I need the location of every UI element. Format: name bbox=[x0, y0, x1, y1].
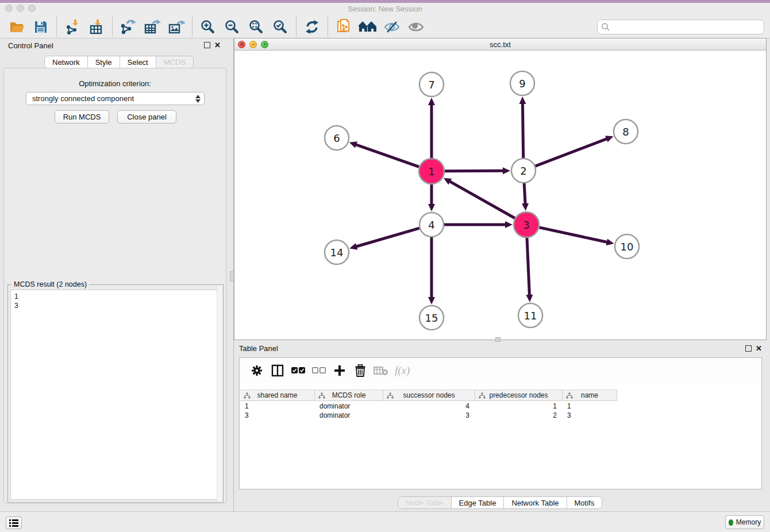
search-field[interactable] bbox=[597, 20, 764, 34]
save-session-button[interactable] bbox=[31, 18, 51, 36]
table-cell[interactable]: 2 bbox=[475, 411, 563, 420]
export-network-button[interactable] bbox=[118, 18, 138, 36]
float-panel-icon[interactable] bbox=[204, 42, 210, 48]
table-cell[interactable]: dominator bbox=[315, 411, 383, 420]
tab-network-table[interactable]: Network Table bbox=[504, 497, 567, 508]
edge-arrowhead bbox=[428, 297, 435, 304]
table-cell[interactable]: 3 bbox=[240, 411, 315, 420]
eye-icon bbox=[407, 20, 425, 34]
mcds-result-text[interactable]: 1 3 bbox=[10, 290, 221, 500]
tab-node-table[interactable]: Node Table bbox=[398, 497, 452, 508]
add-row-button[interactable] bbox=[329, 361, 350, 380]
tab-style[interactable]: Style bbox=[88, 56, 120, 68]
tab-motifs[interactable]: Motifs bbox=[567, 497, 602, 508]
edge-3-1[interactable] bbox=[449, 181, 514, 218]
list-icon bbox=[9, 519, 18, 527]
vertical-splitter[interactable] bbox=[230, 38, 234, 511]
open-session-button[interactable] bbox=[7, 18, 26, 36]
table-panel-header: Table Panel ✕ bbox=[234, 344, 770, 355]
export-table-button[interactable] bbox=[143, 18, 162, 36]
zoom-fit-button[interactable] bbox=[247, 18, 266, 36]
control-panel-header: Control Panel ✕ bbox=[0, 40, 230, 53]
edge-arrowhead bbox=[519, 97, 526, 104]
task-history-button[interactable] bbox=[6, 516, 22, 529]
import-network-button[interactable] bbox=[63, 18, 82, 36]
optimization-criterion-select[interactable]: strongly connected component bbox=[26, 92, 205, 105]
network-graph[interactable]: 7968124314101511 bbox=[234, 51, 766, 340]
destroy-table-button[interactable] bbox=[371, 361, 391, 380]
close-panel-icon[interactable]: ✕ bbox=[214, 42, 221, 48]
deselect-all-button[interactable] bbox=[309, 361, 329, 380]
open-folder-icon bbox=[9, 20, 25, 34]
edge-1-2[interactable] bbox=[445, 171, 504, 171]
graph-node-label: 8 bbox=[622, 126, 629, 138]
memory-button[interactable]: Memory bbox=[725, 515, 764, 529]
delete-row-button[interactable] bbox=[350, 361, 371, 380]
tab-network[interactable]: Network bbox=[45, 56, 88, 68]
table-type-tabs: Node TableEdge TableNetwork TableMotifs bbox=[398, 496, 602, 509]
import-network-icon bbox=[64, 19, 80, 35]
table-cell[interactable]: 1 bbox=[475, 402, 563, 411]
edge-3-11[interactable] bbox=[527, 238, 529, 296]
horizontal-splitter-handle[interactable] bbox=[495, 337, 500, 342]
duplicate-network-icon bbox=[336, 18, 352, 36]
table-toolbar: f(x) bbox=[240, 358, 761, 383]
table-cell[interactable]: 1 bbox=[240, 402, 315, 411]
splitter-handle[interactable] bbox=[230, 271, 234, 282]
table-cell[interactable]: 3 bbox=[383, 411, 475, 420]
column-tree-icon bbox=[479, 392, 486, 399]
zoom-selected-button[interactable] bbox=[271, 18, 290, 36]
table-cell[interactable]: dominator bbox=[315, 402, 383, 411]
hide-panel-button[interactable] bbox=[382, 18, 402, 36]
table-settings-button[interactable] bbox=[247, 361, 267, 380]
edge-arrowhead bbox=[428, 98, 435, 105]
column-header-MCDS-role[interactable]: MCDS role bbox=[315, 390, 383, 401]
run-mcds-button[interactable]: Run MCDS bbox=[55, 110, 109, 124]
select-all-button[interactable] bbox=[288, 361, 309, 380]
show-columns-button[interactable] bbox=[267, 361, 288, 380]
toolbar-separator bbox=[296, 17, 297, 37]
network-canvas[interactable]: 7968124314101511 bbox=[234, 51, 766, 340]
graph-node-label: 10 bbox=[621, 241, 634, 253]
float-table-panel-icon[interactable] bbox=[745, 345, 752, 352]
table-cell[interactable]: 1 bbox=[563, 402, 617, 411]
edge-2-3[interactable] bbox=[524, 183, 525, 205]
close-panel-button[interactable]: Close panel bbox=[117, 110, 176, 124]
column-tree-icon bbox=[387, 392, 394, 399]
edge-arrowhead bbox=[505, 221, 513, 228]
zoom-in-button[interactable] bbox=[198, 18, 218, 36]
refresh-view-button[interactable] bbox=[302, 18, 322, 36]
edge-arrowhead bbox=[605, 136, 613, 142]
home-button[interactable] bbox=[358, 18, 378, 36]
column-header-name[interactable]: name bbox=[563, 390, 617, 401]
search-input[interactable] bbox=[610, 21, 764, 33]
edge-2-8[interactable] bbox=[536, 138, 608, 166]
edge-2-9[interactable] bbox=[522, 103, 523, 158]
mcds-result-title: MCDS result (2 nodes) bbox=[11, 280, 89, 288]
close-table-panel-icon[interactable]: ✕ bbox=[756, 345, 762, 352]
edge-3-10[interactable] bbox=[539, 228, 607, 242]
table-row[interactable]: 3dominator323 bbox=[240, 411, 617, 420]
function-builder-button[interactable]: f(x) bbox=[395, 364, 410, 377]
zoom-out-button[interactable] bbox=[222, 18, 242, 36]
edge-1-6[interactable] bbox=[355, 144, 419, 167]
column-header-shared-name[interactable]: shared name bbox=[240, 390, 315, 401]
houses-icon bbox=[359, 20, 377, 34]
network-window-titlebar[interactable]: ✕ − + scc.txt bbox=[234, 38, 766, 51]
tab-edge-table[interactable]: Edge Table bbox=[452, 497, 505, 508]
tab-mcds[interactable]: MCDS bbox=[156, 56, 193, 68]
edge-arrowhead bbox=[526, 295, 533, 302]
table-cell[interactable]: 4 bbox=[383, 402, 475, 411]
table-row[interactable]: 1dominator411 bbox=[240, 402, 617, 411]
import-table-button[interactable] bbox=[87, 18, 106, 36]
export-image-button[interactable] bbox=[167, 18, 186, 36]
columns-icon bbox=[271, 364, 284, 377]
tab-select[interactable]: Select bbox=[120, 56, 156, 68]
duplicate-network-button[interactable] bbox=[334, 18, 353, 36]
column-header-predecessor-nodes[interactable]: predecessor nodes bbox=[475, 390, 563, 401]
result-scrollbar[interactable] bbox=[217, 286, 222, 502]
table-cell[interactable]: 3 bbox=[563, 411, 617, 420]
edge-4-14[interactable] bbox=[356, 228, 419, 246]
show-panel-button[interactable] bbox=[406, 18, 426, 36]
column-header-successor-nodes[interactable]: successor nodes bbox=[383, 390, 475, 401]
